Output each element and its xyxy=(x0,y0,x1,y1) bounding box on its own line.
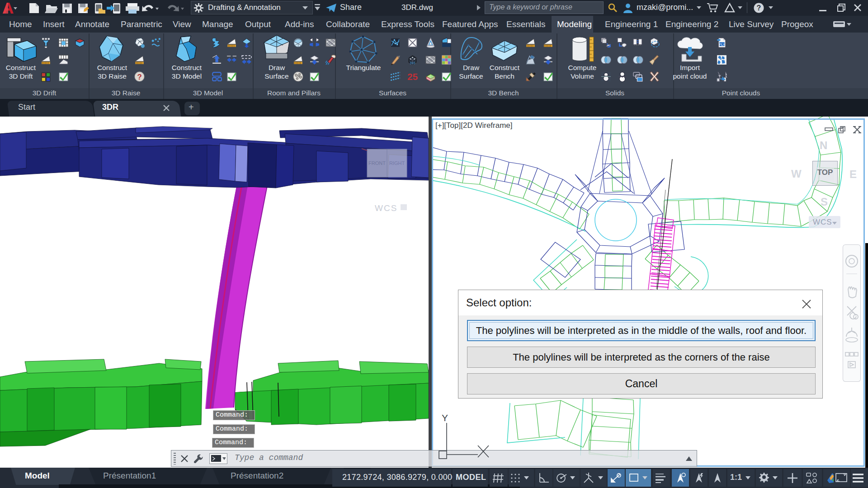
svg-text:25: 25 xyxy=(407,71,418,82)
svg-text:?: ? xyxy=(137,73,142,81)
svg-text:FRONT: FRONT xyxy=(368,160,386,166)
svg-text:310: 310 xyxy=(410,61,415,65)
svg-text:RIGHT: RIGHT xyxy=(389,160,405,166)
svg-text:?: ? xyxy=(757,4,761,12)
svg-text:PLY: PLY xyxy=(719,42,725,47)
svg-text:WCS: WCS xyxy=(375,203,397,213)
